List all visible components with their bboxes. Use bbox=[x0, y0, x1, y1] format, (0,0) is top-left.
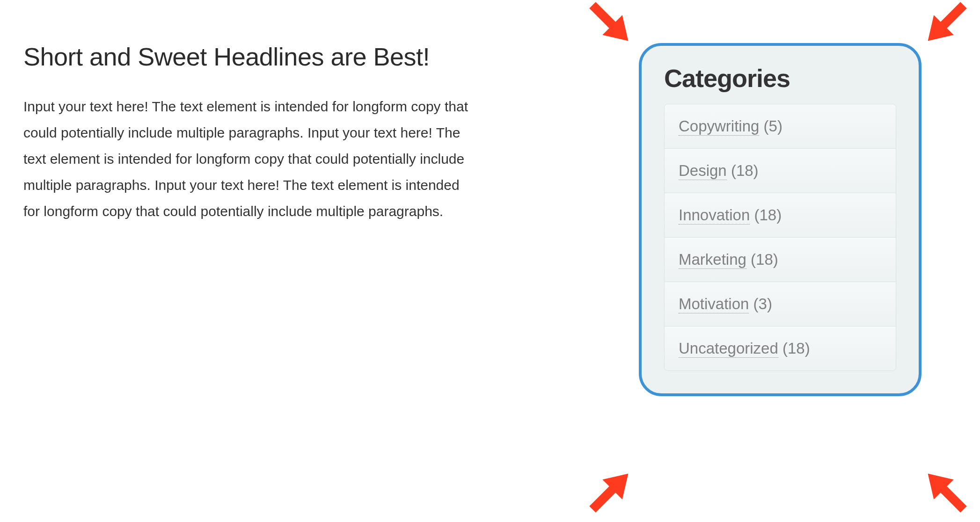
category-item-innovation[interactable]: Innovation (18) bbox=[665, 193, 896, 238]
svg-rect-0 bbox=[589, 2, 617, 30]
page-headline: Short and Sweet Headlines are Best! bbox=[23, 42, 473, 71]
categories-list: Copywriting (5) Design (18) Innovation (… bbox=[664, 104, 896, 371]
categories-widget: Categories Copywriting (5) Design (18) I… bbox=[639, 43, 921, 396]
category-name: Copywriting bbox=[679, 117, 759, 136]
svg-rect-2 bbox=[938, 2, 966, 30]
category-name: Innovation bbox=[679, 206, 750, 225]
svg-rect-6 bbox=[938, 484, 966, 512]
category-count: (18) bbox=[754, 206, 782, 224]
body-paragraph: Input your text here! The text element i… bbox=[23, 94, 473, 225]
category-item-motivation[interactable]: Motivation (3) bbox=[665, 282, 896, 326]
category-name: Uncategorized bbox=[679, 340, 778, 358]
svg-marker-3 bbox=[918, 15, 953, 51]
category-item-design[interactable]: Design (18) bbox=[665, 149, 896, 193]
category-count: (18) bbox=[783, 340, 810, 357]
svg-marker-5 bbox=[602, 464, 638, 499]
category-count: (18) bbox=[751, 251, 778, 268]
sidebar-wrapper: Categories Copywriting (5) Design (18) I… bbox=[639, 43, 921, 473]
category-item-copywriting[interactable]: Copywriting (5) bbox=[665, 104, 896, 149]
annotation-arrow-icon bbox=[569, 0, 648, 61]
annotation-arrow-icon bbox=[569, 454, 648, 522]
category-name: Marketing bbox=[679, 251, 746, 269]
svg-rect-4 bbox=[589, 484, 617, 512]
category-name: Motivation bbox=[679, 295, 749, 313]
category-count: (5) bbox=[764, 117, 783, 135]
svg-marker-1 bbox=[602, 15, 638, 51]
main-content: Short and Sweet Headlines are Best! Inpu… bbox=[23, 42, 473, 225]
category-name: Design bbox=[679, 162, 727, 180]
category-count: (18) bbox=[731, 162, 759, 179]
category-item-uncategorized[interactable]: Uncategorized (18) bbox=[665, 326, 896, 370]
categories-title: Categories bbox=[664, 64, 896, 93]
category-item-marketing[interactable]: Marketing (18) bbox=[665, 238, 896, 282]
svg-marker-7 bbox=[918, 464, 953, 499]
category-count: (3) bbox=[753, 295, 772, 312]
